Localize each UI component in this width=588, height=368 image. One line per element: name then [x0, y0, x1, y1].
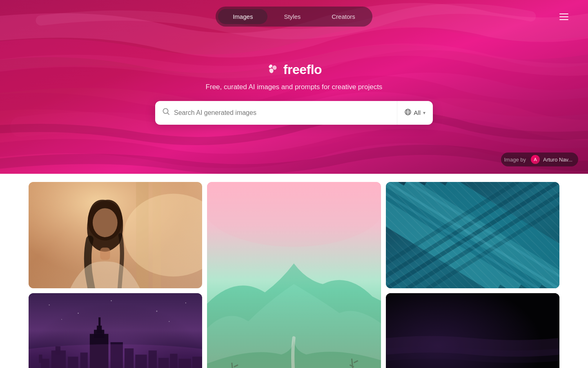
tab-creators[interactable]: Creators	[317, 9, 370, 24]
svg-point-41	[169, 321, 169, 322]
search-wrapper: All ▾	[155, 101, 433, 125]
logo-icon	[266, 63, 279, 76]
svg-point-37	[111, 301, 112, 301]
svg-point-38	[156, 310, 157, 312]
nav-tabs: Images Styles Creators	[216, 7, 372, 27]
svg-rect-12	[386, 182, 559, 288]
search-icon	[163, 108, 170, 117]
globe-icon	[405, 109, 411, 117]
tab-images[interactable]: Images	[218, 9, 267, 24]
hero-content: freeflo Free, curated AI images and prom…	[206, 62, 383, 103]
svg-point-11	[207, 182, 381, 247]
gallery-item-mountain-tall[interactable]	[207, 182, 381, 368]
image-credit[interactable]: Image by A Arturo Nav...	[501, 153, 579, 166]
search-bar: All ▾	[155, 101, 433, 125]
tab-styles[interactable]: Styles	[269, 9, 315, 24]
gallery-item-city[interactable]	[29, 293, 202, 368]
search-input[interactable]	[174, 109, 397, 117]
gallery-item-portrait[interactable]	[29, 182, 202, 288]
filter-label: All	[414, 109, 421, 116]
search-filter-dropdown[interactable]: All ▾	[397, 101, 433, 125]
logo-text: freeflo	[283, 62, 322, 77]
gallery	[0, 174, 588, 368]
svg-point-34	[29, 344, 202, 368]
menu-button[interactable]	[556, 10, 572, 23]
svg-point-39	[185, 303, 186, 303]
credit-author: Arturo Nav...	[543, 157, 572, 163]
svg-rect-24	[98, 317, 100, 328]
svg-point-8	[93, 208, 118, 237]
hero-section: Images Styles Creators freeflo Free, cur…	[0, 0, 588, 174]
tagline: Free, curated AI images and prompts for …	[206, 83, 383, 91]
gallery-item-texture[interactable]	[386, 182, 559, 288]
svg-rect-10	[207, 182, 381, 368]
credit-label: Image by	[504, 157, 526, 163]
chevron-down-icon: ▾	[423, 110, 425, 116]
logo: freeflo	[206, 62, 383, 77]
svg-point-35	[49, 305, 50, 305]
gallery-item-dark[interactable]	[386, 293, 559, 368]
svg-point-36	[78, 313, 78, 314]
navigation: Images Styles Creators	[0, 0, 588, 33]
svg-rect-7	[100, 247, 110, 260]
svg-point-40	[61, 319, 62, 320]
avatar: A	[531, 155, 540, 164]
